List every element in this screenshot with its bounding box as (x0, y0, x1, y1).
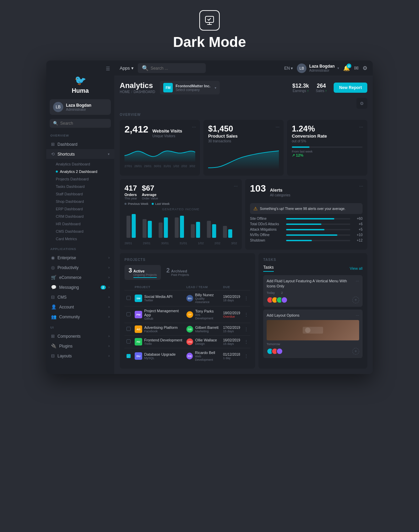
sidebar-item-dashboard[interactable]: ⊞ Dashboard (46, 139, 114, 149)
row-menu-icon[interactable]: ⋮ (244, 312, 248, 317)
topbar-search[interactable]: 🔍 (138, 63, 206, 73)
sidebar-item-components[interactable]: ⊞ Components › (46, 331, 114, 341)
header-stats: $12.3k Earnings ↑ 264 Sales ↑ New Report (292, 83, 367, 93)
community-icon: 👥 (51, 314, 56, 319)
row-checkbox[interactable] (127, 312, 131, 316)
widget-menu-icon[interactable]: ··· (234, 183, 238, 189)
user-top-profile[interactable]: LB Laza Bogdan Administrator ▾ (297, 64, 339, 73)
widget-menu-icon[interactable]: ··· (275, 124, 280, 129)
sidebar-search[interactable]: 🔍 (50, 119, 111, 128)
ui-frame: ☰ 🐦 Huma LB Laza Bogdan Administrator 🔍 … (46, 60, 373, 374)
tab-tasks[interactable]: Tasks (263, 265, 274, 272)
alert-val: +5 (352, 228, 363, 231)
add-member-button[interactable]: + (352, 297, 359, 303)
chevron-right-icon: › (108, 305, 110, 309)
sidebar-item-community[interactable]: 👥 Community › (46, 312, 114, 322)
tab-active-projects[interactable]: 3 Active Ongoing Projects (124, 265, 161, 280)
sidebar-item-plugins[interactable]: 🔌 Plugins › (46, 341, 114, 351)
visits-x-labels: 27/0128/0129/0130/0131/011/022/023/02 (124, 164, 195, 168)
shortcut-label: Analytics 2 Dashboard (60, 170, 97, 174)
alert-row: Total DDoS Attacks +6 (250, 222, 363, 226)
shortcut-analytics2[interactable]: Analytics 2 Dashboard (46, 168, 114, 175)
sales-num: $1,450 (208, 125, 279, 133)
task-menu-icon[interactable]: ··· (356, 279, 359, 289)
settings-icon[interactable]: ⚙ (363, 65, 367, 71)
row-checkbox[interactable]: ✓ (127, 354, 131, 358)
table-row: PM Project Management App Github (124, 306, 250, 323)
row-checkbox[interactable] (127, 339, 131, 343)
sidebar-item-productivity[interactable]: ◎ Productivity › (46, 263, 114, 272)
chevron-right-icon: › (108, 276, 110, 279)
svg-rect-8 (132, 214, 136, 238)
svg-rect-1 (127, 216, 131, 238)
shortcut-tasks[interactable]: Tasks Dashboard (46, 183, 114, 190)
account-icon: 👤 (51, 304, 56, 309)
chevron-right-icon: › (108, 344, 110, 348)
search-icon: 🔍 (142, 65, 149, 71)
col-check (124, 284, 133, 290)
add-member-button[interactable]: + (352, 348, 359, 355)
shortcut-label: Shop Dashboard (56, 199, 84, 203)
shortcut-crm[interactable]: CRM Dashboard (46, 213, 114, 220)
components-icon: ⊞ (51, 334, 55, 339)
alert-bar (286, 240, 350, 241)
task-menu-icon[interactable]: ··· (356, 313, 359, 318)
task-title: Add Layout Options (267, 313, 300, 318)
tasks-tabs: Tasks View all (263, 265, 363, 272)
widget-menu-icon[interactable]: ··· (192, 124, 196, 129)
new-report-button[interactable]: New Report (334, 83, 367, 93)
sidebar-label-cms: CMS (57, 295, 106, 300)
shortcut-analytics[interactable]: Analytics Dashboard (46, 160, 114, 168)
shortcut-shop[interactable]: Shop Dashboard (46, 198, 114, 205)
notification-button[interactable]: 🔔 2 (343, 65, 350, 71)
hamburger-icon[interactable]: ☰ (106, 66, 110, 71)
sidebar-item-enterprise[interactable]: ◉ Enterprise › (46, 253, 114, 263)
user-name: Laza Bogdan (66, 103, 91, 108)
row-checkbox[interactable] (127, 296, 131, 300)
search-input[interactable] (60, 121, 107, 126)
row-menu-icon[interactable]: ⋮ (244, 296, 248, 301)
shortcut-staff[interactable]: Staff Dashboard (46, 190, 114, 198)
sidebar-item-shortcuts[interactable]: ⟲ Shortcuts ▾ (46, 149, 114, 159)
row-menu-icon[interactable]: ⋮ (244, 339, 248, 344)
apps-chevron-icon: ▾ (131, 66, 134, 71)
tab-archived-projects[interactable]: 2 Archived Past Projects (162, 265, 193, 280)
shortcut-projects[interactable]: Projects Dashboard (46, 175, 114, 183)
language-selector[interactable]: EN ▾ (284, 66, 293, 71)
svg-rect-7 (223, 226, 227, 238)
sidebar-item-cms[interactable]: ⊟ CMS › (46, 292, 114, 302)
row-menu-icon[interactable]: ⋮ (244, 354, 248, 358)
svg-rect-11 (180, 216, 184, 238)
lead-team: Quality Assurance (195, 297, 219, 304)
user-chevron-icon: ▾ (337, 66, 339, 70)
user-card[interactable]: LB Laza Bogdan Administrator (50, 99, 111, 115)
sidebar-item-messaging[interactable]: 💬 Messaging 2 › (46, 282, 114, 292)
mail-icon[interactable]: ✉ (354, 65, 358, 71)
apps-label: Apps (120, 66, 130, 71)
sidebar-item-layouts[interactable]: ⊟ Layouts › (46, 351, 114, 361)
company-selector[interactable]: FM FrontendMatter Inc. Select company ▾ (160, 81, 220, 94)
generated-label: GENERATED INCOME (124, 208, 237, 211)
chevron-right-icon: › (108, 354, 110, 358)
col-actions (242, 284, 250, 290)
shortcut-hr[interactable]: HR Dashboard (46, 220, 114, 228)
gear-button[interactable]: ⚙ (356, 98, 367, 109)
product-sales-widget: ··· $1,450 Product Sales 30 transactions (203, 120, 284, 176)
shortcut-cms[interactable]: CMS Dashboard (46, 228, 114, 235)
widget-menu-icon[interactable]: ··· (359, 124, 363, 129)
due-date: 18/02/2019 (223, 311, 240, 315)
shortcut-card-metrics[interactable]: Card Metrics (46, 235, 114, 243)
shortcut-erp[interactable]: ERP Dashboard (46, 205, 114, 213)
lead-avatar: TP (186, 311, 193, 318)
alert-bar (286, 224, 350, 225)
sidebar-item-ecommerce[interactable]: 🛒 eCommerce › (46, 272, 114, 282)
row-menu-icon[interactable]: ⋮ (244, 327, 248, 332)
topbar-search-input[interactable] (151, 66, 202, 71)
row-checkbox[interactable] (127, 327, 131, 331)
sidebar-item-account[interactable]: 👤 Account › (46, 302, 114, 312)
svg-rect-13 (212, 224, 216, 238)
apps-button[interactable]: Apps ▾ (120, 66, 134, 71)
view-all-link[interactable]: View all (350, 266, 363, 270)
alert-fill (286, 229, 324, 230)
widget-menu-icon[interactable]: ··· (359, 183, 363, 189)
